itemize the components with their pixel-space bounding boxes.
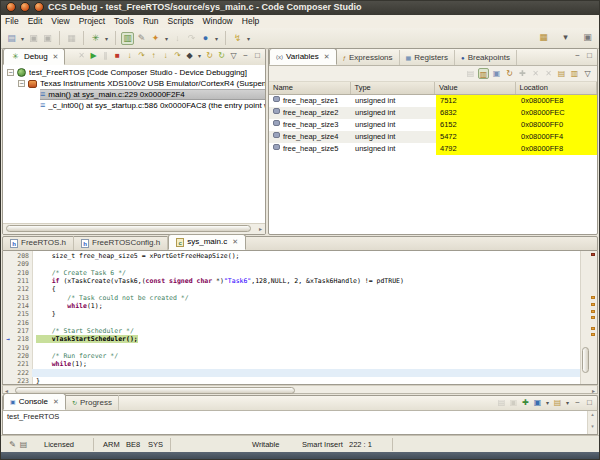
- instruction-pointer-icon[interactable]: →: [3, 335, 13, 343]
- occurrence-marker[interactable]: [591, 316, 595, 319]
- refresh-icon[interactable]: ↻: [504, 68, 515, 79]
- gutter[interactable]: [3, 327, 13, 335]
- occurrence-marker[interactable]: [591, 310, 595, 313]
- step-into-icon[interactable]: ↓: [124, 50, 135, 61]
- editor-hscrollbar[interactable]: ◂ ▸: [2, 385, 598, 394]
- profile-icon-dropdown[interactable]: ▾: [213, 35, 220, 42]
- menu-help[interactable]: Help: [242, 15, 259, 28]
- close-icon[interactable]: ✕: [53, 395, 59, 409]
- menu-tools[interactable]: Tools: [114, 15, 134, 28]
- flash-icon-dropdown[interactable]: ▾: [163, 35, 170, 42]
- maximize-icon[interactable]: □: [252, 50, 263, 61]
- restart-icon[interactable]: ↻: [204, 50, 215, 61]
- new-file-icon[interactable]: ▤: [5, 32, 18, 45]
- variable-row[interactable]: free_heap_size4unsigned int54720x08000FF…: [269, 131, 597, 143]
- scroll-right-icon[interactable]: ▸: [592, 387, 595, 395]
- menu-window[interactable]: Window: [203, 15, 233, 28]
- debug-tree-item[interactable]: −test_FreeRTOS [Code Composer Studio - D…: [3, 67, 265, 78]
- gutter[interactable]: [3, 269, 13, 277]
- tab-breakpoints[interactable]: ●Breakpoints: [455, 50, 517, 65]
- column-header-name[interactable]: Name: [269, 82, 351, 94]
- window-maximize-button[interactable]: [34, 2, 44, 12]
- editor-tab-sys-main-c[interactable]: csys_main.c✕: [168, 234, 246, 250]
- variable-row[interactable]: free_heap_size2unsigned int68320x08000FE…: [269, 107, 597, 119]
- debug-launch-icon-dropdown[interactable]: ▾: [103, 35, 110, 42]
- tab-console[interactable]: ▣Console✕: [3, 393, 66, 410]
- target-config-icon[interactable]: ▥: [121, 32, 134, 45]
- scroll-lock-icon[interactable]: ▣: [508, 397, 519, 408]
- editor-tab-freertosconfig-h[interactable]: hFreeRTOSConfig.h: [74, 236, 168, 250]
- occurrence-marker[interactable]: [591, 327, 595, 330]
- connect-target-icon-dropdown[interactable]: ▾: [245, 35, 252, 42]
- window-minimize-button[interactable]: [20, 2, 30, 12]
- display-selected-console-icon-dropdown[interactable]: ▾: [544, 399, 551, 406]
- restore-views-icon[interactable]: ▣: [581, 31, 594, 44]
- collapse-icon[interactable]: −: [18, 80, 25, 87]
- column-header-location[interactable]: Location: [516, 82, 598, 94]
- free-run-icon[interactable]: ↻: [216, 50, 227, 61]
- menu-scripts[interactable]: Scripts: [168, 15, 194, 28]
- variable-row[interactable]: free_heap_size5unsigned int47920x08000FF…: [269, 143, 597, 155]
- code-editor[interactable]: 208 size_t free_heap_size5 = xPortGetFre…: [2, 251, 598, 385]
- profile-icon[interactable]: ●: [199, 32, 212, 45]
- gutter[interactable]: [3, 310, 13, 318]
- gutter[interactable]: [3, 352, 13, 360]
- gutter[interactable]: [3, 285, 13, 293]
- occurrence-marker[interactable]: [591, 296, 595, 299]
- view-menu-icon[interactable]: ▽: [228, 50, 239, 61]
- editor-vscrollbar[interactable]: [580, 251, 590, 384]
- edit-source-icon[interactable]: ✎: [135, 32, 148, 45]
- new-console-icon[interactable]: ✚: [520, 397, 531, 408]
- menu-view[interactable]: View: [51, 15, 69, 28]
- new-expression-icon[interactable]: ✚: [517, 68, 528, 79]
- scrollbar-thumb[interactable]: [582, 347, 589, 374]
- clear-console-icon[interactable]: ▤: [496, 397, 507, 408]
- debug-tree-item[interactable]: ≡_c_int00() at sys_startup.c:586 0x0000F…: [3, 100, 265, 111]
- asm-step-over-icon[interactable]: ↷: [172, 50, 183, 61]
- import-icon[interactable]: ▤: [556, 68, 567, 79]
- asm-step-over-icon[interactable]: ↷: [185, 32, 198, 45]
- gutter[interactable]: [3, 294, 13, 302]
- terminate-icon[interactable]: ■: [112, 50, 123, 61]
- view-menu-icon[interactable]: ▽: [582, 68, 593, 79]
- gutter[interactable]: [3, 344, 13, 352]
- show-type-names-icon[interactable]: ▤: [465, 68, 476, 79]
- gutter[interactable]: [3, 369, 13, 377]
- tab-expressions[interactable]: ƒExpressions: [337, 50, 400, 65]
- gutter[interactable]: [3, 252, 13, 260]
- reset-icon[interactable]: ◆: [184, 50, 195, 61]
- gutter[interactable]: [3, 319, 13, 327]
- minimize-icon[interactable]: −: [240, 50, 251, 61]
- save-icon[interactable]: ▣: [27, 32, 40, 45]
- menu-edit[interactable]: Edit: [28, 15, 43, 28]
- variable-row[interactable]: free_heap_size1unsigned int75120x08000FE…: [269, 95, 597, 107]
- menu-project[interactable]: Project: [79, 15, 105, 28]
- new-file-icon-dropdown[interactable]: ▾: [19, 35, 26, 42]
- resume-icon[interactable]: ▶: [88, 50, 99, 61]
- gutter[interactable]: [3, 377, 13, 385]
- error-marker[interactable]: [591, 253, 595, 256]
- gutter[interactable]: [3, 360, 13, 368]
- occurrence-marker[interactable]: [591, 333, 595, 336]
- gutter[interactable]: [3, 260, 13, 268]
- close-icon[interactable]: ✕: [324, 50, 330, 64]
- asm-step-into-icon[interactable]: ↓: [171, 32, 184, 45]
- gutter[interactable]: [3, 302, 13, 310]
- number-format-icon[interactable]: ▥: [478, 68, 489, 79]
- tab-debug[interactable]: ✳ Debug ✕: [3, 48, 65, 65]
- maximize-icon[interactable]: □: [584, 50, 595, 61]
- remove-all-icon[interactable]: ✕: [543, 68, 554, 79]
- show-logical-structure-icon[interactable]: ▣: [491, 68, 502, 79]
- suspend-icon[interactable]: ∥: [100, 50, 111, 61]
- save-all-icon[interactable]: ▣: [41, 32, 54, 45]
- maximize-icon[interactable]: □: [584, 397, 595, 408]
- debug-tree-item[interactable]: ≡main() at sys_main.c:229 0x0000F2F4: [3, 89, 265, 100]
- editor-tab-freertos-h[interactable]: hFreeRTOS.h: [3, 236, 74, 250]
- export-icon[interactable]: ▥: [569, 68, 580, 79]
- window-close-button[interactable]: [6, 2, 16, 12]
- step-over-icon[interactable]: ↷: [136, 50, 147, 61]
- scroll-right-icon[interactable]: ▸: [259, 225, 262, 233]
- console-scrollbar[interactable]: ▴▾: [587, 411, 597, 434]
- remove-icon[interactable]: ✕: [530, 68, 541, 79]
- close-icon[interactable]: ✕: [53, 50, 59, 64]
